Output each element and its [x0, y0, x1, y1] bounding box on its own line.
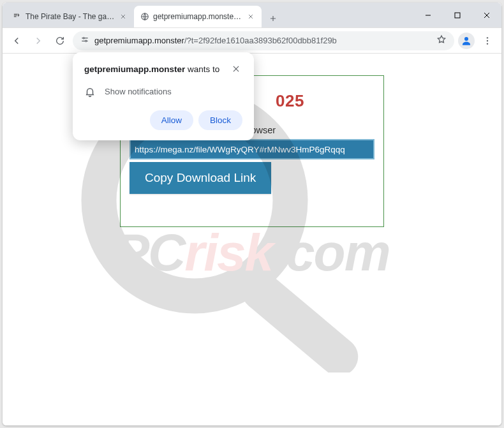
address-bar[interactable]: getpremiumapp.monster/?t=2f92fde1610aa38… — [73, 31, 454, 50]
allow-button[interactable]: Allow — [150, 110, 193, 130]
tab-1-favicon — [13, 11, 22, 22]
back-button[interactable] — [8, 32, 26, 50]
tab-1[interactable]: The Pirate Bay - The galaxy's m — [6, 6, 134, 27]
tab-2-title: getpremiumapp.monster/?t=2f — [153, 12, 242, 21]
forward-button[interactable] — [29, 32, 47, 50]
bell-icon — [84, 86, 96, 98]
svg-point-16 — [487, 37, 488, 38]
tabs-area: The Pirate Bay - The galaxy's m getpremi… — [3, 3, 413, 27]
svg-point-14 — [85, 40, 87, 41]
kebab-menu-icon[interactable] — [478, 32, 496, 50]
permission-close-icon[interactable] — [230, 63, 242, 75]
url-value: https://mega.nz/file/WWgRyQRY#rMNwv3HmP6… — [135, 145, 345, 154]
svg-point-17 — [487, 40, 488, 41]
permission-title: getpremiumapp.monster wants to — [84, 64, 219, 76]
svg-point-13 — [83, 38, 84, 39]
title-bar: The Pirate Bay - The galaxy's m getpremi… — [3, 3, 501, 28]
new-tab-button[interactable] — [264, 10, 282, 27]
url-text: getpremiumapp.monster/?t=2f92fde1610aa38… — [94, 36, 431, 45]
profile-avatar[interactable] — [458, 33, 475, 49]
bookmark-star-icon[interactable] — [436, 34, 447, 47]
tab-2[interactable]: getpremiumapp.monster/?t=2f — [134, 6, 262, 27]
maximize-button[interactable] — [443, 3, 472, 28]
toolbar: getpremiumapp.monster/?t=2f92fde1610aa38… — [3, 28, 501, 54]
permission-popup: getpremiumapp.monster wants to Show noti… — [73, 52, 254, 140]
svg-point-18 — [487, 43, 488, 44]
copy-download-link-button[interactable]: Copy Download Link — [130, 162, 271, 194]
block-button[interactable]: Block — [198, 110, 242, 130]
tab-1-title: The Pirate Bay - The galaxy's m — [26, 12, 115, 21]
tab-2-close-icon[interactable] — [246, 11, 255, 22]
permission-option-row: Show notifications — [84, 86, 242, 98]
site-settings-icon[interactable] — [80, 35, 89, 46]
minimize-button[interactable] — [413, 3, 443, 28]
globe-icon — [140, 11, 149, 22]
svg-rect-8 — [455, 13, 460, 18]
reload-button[interactable] — [51, 32, 69, 50]
url-field[interactable]: https://mega.nz/file/WWgRyQRY#rMNwv3HmP6… — [130, 139, 374, 159]
permission-option-text: Show notifications — [105, 87, 172, 96]
close-button[interactable] — [472, 3, 501, 28]
svg-point-15 — [464, 37, 468, 41]
window-controls — [413, 3, 501, 27]
tab-1-close-icon[interactable] — [119, 11, 128, 22]
